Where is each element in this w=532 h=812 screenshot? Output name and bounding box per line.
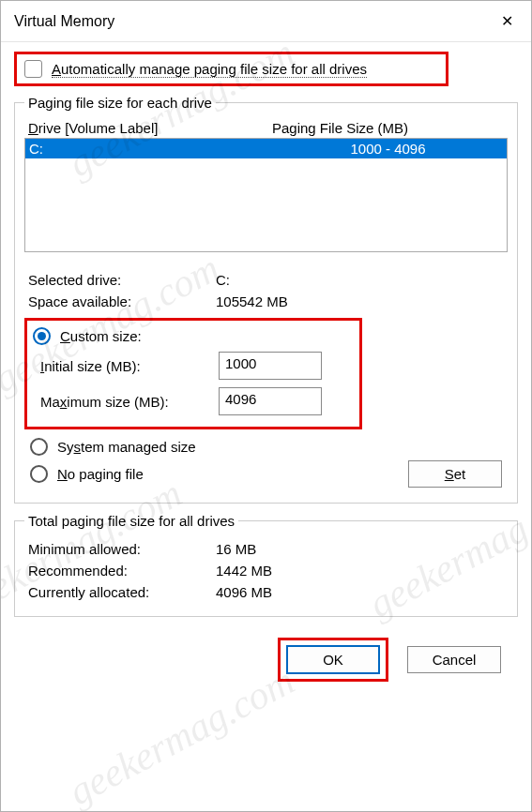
system-managed-label: System managed size [57, 439, 196, 455]
auto-manage-label: Automatically manage paging file size fo… [52, 61, 367, 78]
auto-manage-checkbox[interactable] [24, 60, 42, 78]
space-available-value: 105542 MB [216, 293, 288, 309]
system-managed-radio-row[interactable]: System managed size [24, 435, 508, 459]
custom-size-label: Custom size: [60, 328, 142, 344]
set-button[interactable]: Set [408, 460, 502, 488]
table-row[interactable]: C: 1000 - 4096 [25, 139, 507, 158]
no-paging-label: No paging file [57, 466, 144, 482]
window-title: Virtual Memory [14, 13, 114, 30]
no-paging-radio[interactable] [30, 465, 48, 483]
selected-drive-row: Selected drive: C: [24, 269, 508, 291]
ok-highlight: OK [278, 638, 388, 682]
cancel-button[interactable]: Cancel [407, 646, 501, 673]
dialog-actions: OK Cancel [14, 626, 518, 682]
close-icon: ✕ [501, 12, 513, 30]
col-size-header: Paging File Size (MB) [272, 120, 504, 136]
no-paging-radio-row[interactable]: No paging file [24, 462, 144, 486]
drive-cell: C: [29, 141, 273, 157]
selected-drive-value: C: [216, 272, 230, 288]
custom-size-radio[interactable] [33, 327, 51, 345]
drive-list-header: Drive [Volume Label] Paging File Size (M… [24, 120, 508, 138]
ok-button[interactable]: OK [286, 645, 380, 674]
maximum-size-row: Maximum size (MB): 4096 [33, 383, 354, 419]
drive-list[interactable]: C: 1000 - 4096 [24, 138, 508, 252]
titlebar: Virtual Memory ✕ [1, 1, 531, 42]
custom-size-block: Custom size: Initial size (MB): 1000 Max… [24, 318, 362, 429]
totals-legend: Total paging file size for all drives [24, 513, 238, 529]
maximum-size-input[interactable]: 4096 [219, 387, 322, 415]
initial-size-input[interactable]: 1000 [219, 352, 322, 380]
space-available-row: Space available: 105542 MB [24, 291, 508, 312]
close-button[interactable]: ✕ [482, 1, 531, 42]
system-managed-radio[interactable] [30, 438, 48, 456]
size-cell: 1000 - 4096 [273, 141, 503, 157]
col-drive-header: Drive [Volume Label] [28, 120, 272, 136]
per-drive-group: Paging file size for each drive Drive [V… [14, 95, 518, 504]
auto-manage-row[interactable]: Automatically manage paging file size fo… [14, 52, 448, 86]
totals-group: Total paging file size for all drives Mi… [14, 513, 518, 617]
currently-allocated-row: Currently allocated: 4096 MB [24, 581, 508, 603]
recommended-row: Recommended: 1442 MB [24, 560, 508, 581]
initial-size-row: Initial size (MB): 1000 [33, 348, 354, 383]
per-drive-legend: Paging file size for each drive [24, 95, 216, 111]
minimum-allowed-row: Minimum allowed: 16 MB [24, 538, 508, 560]
custom-size-radio-row[interactable]: Custom size: [33, 324, 354, 348]
